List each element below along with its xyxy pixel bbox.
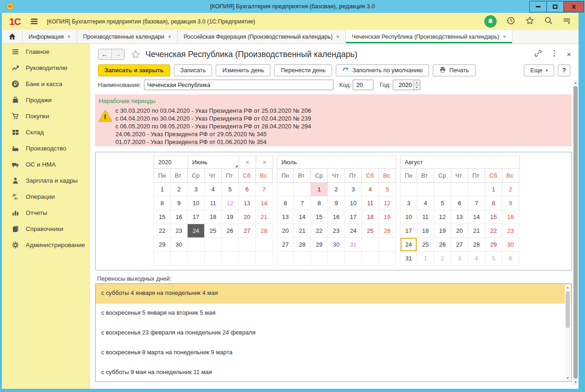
home-tab[interactable]	[2, 30, 23, 43]
calendar-day[interactable]: 1	[311, 183, 328, 196]
tab-close-icon[interactable]: ×	[68, 34, 71, 40]
back-arrow-icon[interactable]: ←	[98, 49, 112, 59]
year-spinner[interactable]: ▲ ▼	[413, 80, 420, 90]
calendar-day[interactable]: 24	[345, 224, 362, 238]
tab-close-icon[interactable]: ×	[168, 34, 171, 40]
calendar-day[interactable]: 22	[154, 224, 171, 238]
calendar-day[interactable]: 5	[222, 183, 239, 196]
calendar-day[interactable]: 8	[154, 196, 171, 210]
transfer-row[interactable]: с субботы 9 мая на понедельник 11 мая	[96, 363, 571, 383]
calendar-day[interactable]: 9	[502, 196, 519, 210]
sidebar-item-cart[interactable]: Покупки	[2, 108, 89, 124]
calendar-day[interactable]: 1	[485, 183, 502, 196]
calendar-day[interactable]: 6	[239, 183, 256, 196]
calendar-day[interactable]: 30	[171, 238, 188, 252]
scroll-up-icon[interactable]: ▲	[573, 80, 579, 86]
calendar-day[interactable]: 27	[239, 224, 256, 238]
calendar-day[interactable]: 5	[379, 183, 396, 196]
scroll-down-icon[interactable]: ▼	[573, 379, 579, 385]
calendar-day[interactable]: 11	[205, 196, 222, 210]
calendar-day[interactable]: 29	[311, 238, 328, 252]
calendar-day[interactable]: 28	[468, 238, 485, 252]
sidebar-item-dtkt[interactable]: ДтКтОперации	[2, 189, 89, 205]
main-menu-icon[interactable]	[562, 16, 571, 27]
scroll-down-icon[interactable]: ▼	[565, 375, 571, 381]
calendar-day[interactable]: 3	[451, 252, 468, 265]
prev-month-icon[interactable]: <	[239, 155, 256, 169]
maximize-button[interactable]	[546, 1, 564, 12]
calendar-day[interactable]: 10	[400, 210, 417, 224]
calendar-day[interactable]: 16	[171, 210, 188, 224]
sidebar-item-factory[interactable]: Производство	[2, 140, 89, 156]
изменить-день-button[interactable]: Изменить день	[216, 64, 270, 76]
calendar-day[interactable]: 23	[171, 224, 188, 238]
calendar-day[interactable]: 19	[379, 210, 396, 224]
calendar-day[interactable]: 31	[400, 252, 417, 265]
sidebar-item-books[interactable]: Справочники	[2, 221, 89, 237]
calendar-day[interactable]: 4	[468, 252, 485, 265]
tab-2[interactable]: Производственные календари×	[77, 30, 178, 43]
transfer-row[interactable]: с воскресенья 8 марта на понедельник 9 м…	[96, 343, 571, 363]
calendar-day[interactable]: 21	[294, 224, 311, 238]
calendar-day[interactable]: 29	[154, 238, 171, 252]
form-scrollbar-thumb[interactable]	[574, 86, 578, 379]
calendar-day[interactable]: 12	[379, 196, 396, 210]
tab-close-icon[interactable]: ×	[503, 34, 506, 40]
history-icon[interactable]	[506, 16, 516, 27]
calendar-day[interactable]: 25	[362, 224, 379, 238]
tab-3[interactable]: Российская Федерация (Производственный к…	[178, 30, 346, 43]
sidebar-item-bag[interactable]: Продажи	[2, 92, 89, 108]
calendar-day[interactable]: 22	[311, 224, 328, 238]
sidebar-item-truck[interactable]: ОС и НМА	[2, 156, 89, 173]
calendar-day[interactable]: 11	[362, 196, 379, 210]
calendar-day[interactable]: 10	[345, 196, 362, 210]
calendar-day[interactable]: 13	[239, 196, 256, 210]
calendar-day[interactable]: 12	[434, 210, 451, 224]
calendar-day[interactable]: 6	[502, 252, 519, 265]
calendar-day[interactable]: 15	[485, 210, 502, 224]
favorites-star-icon[interactable]	[525, 16, 534, 27]
calendar-day[interactable]: 6	[277, 196, 294, 210]
transfer-row[interactable]: с воскресенья 5 января на вторник 5 мая	[96, 304, 571, 323]
calendar-day[interactable]: 4	[205, 183, 222, 196]
записать-и-закрыть-button[interactable]: Записать и закрыть	[98, 64, 170, 76]
записать-button[interactable]: Записать	[174, 64, 212, 76]
sidebar-item-menu[interactable]: Главное	[2, 44, 89, 60]
spinner-up-icon[interactable]: ▲	[414, 80, 420, 85]
calendar-day[interactable]: 14	[256, 196, 273, 210]
close-button[interactable]: X	[563, 1, 584, 12]
calendar-day[interactable]: 13	[277, 210, 294, 224]
tab-1[interactable]: Информация×	[23, 30, 77, 43]
hamburger-icon[interactable]	[30, 17, 39, 26]
calendar-day[interactable]: 1	[417, 252, 434, 265]
tab-close-icon[interactable]: ×	[336, 34, 339, 40]
calendar-day[interactable]: 9	[328, 196, 345, 210]
calendar-day[interactable]: 25	[417, 238, 434, 252]
search-icon[interactable]	[544, 16, 553, 27]
calendar-day[interactable]: 18	[205, 210, 222, 224]
calendar-day[interactable]: 15	[154, 210, 171, 224]
name-input[interactable]	[144, 80, 333, 90]
calendar-day[interactable]: 2	[171, 183, 188, 196]
calendar-day[interactable]: 28	[256, 224, 273, 238]
заполнить-по-умолчанию-button[interactable]: Заполнить по умолчанию	[336, 64, 429, 76]
calendar-day[interactable]: 3	[400, 196, 417, 210]
code-input[interactable]	[353, 80, 373, 90]
sidebar-item-chart[interactable]: Отчеты	[2, 205, 89, 221]
calendar-day[interactable]: 29	[485, 238, 502, 252]
calendar-day[interactable]: 6	[451, 196, 468, 210]
calendar-day[interactable]: 27	[277, 238, 294, 252]
calendar-day[interactable]: 15	[311, 210, 328, 224]
calendar-day[interactable]: 16	[502, 210, 519, 224]
calendar-day[interactable]: 5	[485, 252, 502, 265]
calendar-day[interactable]: 7	[468, 196, 485, 210]
link-icon[interactable]	[534, 49, 542, 59]
calendar-day[interactable]: 21	[256, 210, 273, 224]
перенести-день-button[interactable]: Перенести день	[274, 64, 332, 76]
more-button[interactable]: Еще▾	[524, 64, 554, 76]
calendar-day[interactable]: 12	[222, 196, 239, 210]
calendar-day[interactable]: 19	[434, 224, 451, 238]
scroll-up-icon[interactable]: ▲	[565, 284, 571, 290]
печать-button[interactable]: Печать	[433, 64, 476, 76]
calendar-day[interactable]: 19	[222, 210, 239, 224]
